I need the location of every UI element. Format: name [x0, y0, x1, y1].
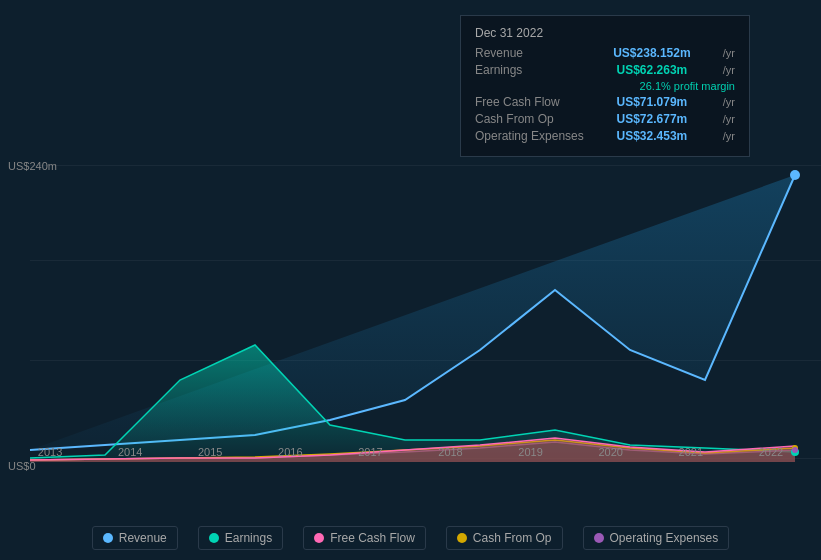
- x-label-2021: 2021: [679, 446, 703, 458]
- x-label-2019: 2019: [518, 446, 542, 458]
- tooltip-row-opexp: Operating Expenses US$32.453m /yr: [475, 129, 735, 143]
- tooltip-date: Dec 31 2022: [475, 26, 735, 40]
- legend-dot-fcf: [314, 533, 324, 543]
- x-label-2022: 2022: [759, 446, 783, 458]
- x-label-2017: 2017: [358, 446, 382, 458]
- svg-point-0: [790, 170, 800, 180]
- legend-label-opexp: Operating Expenses: [610, 531, 719, 545]
- x-label-2013: 2013: [38, 446, 62, 458]
- tooltip-row-fcf: Free Cash Flow US$71.079m /yr: [475, 95, 735, 109]
- x-label-2020: 2020: [598, 446, 622, 458]
- legend-label-revenue: Revenue: [119, 531, 167, 545]
- legend-earnings[interactable]: Earnings: [198, 526, 283, 550]
- x-label-2014: 2014: [118, 446, 142, 458]
- legend-dot-opexp: [594, 533, 604, 543]
- tooltip-row-profit-margin: 26.1% profit margin: [475, 80, 735, 92]
- legend-opexp[interactable]: Operating Expenses: [583, 526, 730, 550]
- legend-label-fcf: Free Cash Flow: [330, 531, 415, 545]
- x-label-2015: 2015: [198, 446, 222, 458]
- legend-label-earnings: Earnings: [225, 531, 272, 545]
- legend-dot-earnings: [209, 533, 219, 543]
- legend-dot-revenue: [103, 533, 113, 543]
- x-label-2016: 2016: [278, 446, 302, 458]
- legend-label-cashop: Cash From Op: [473, 531, 552, 545]
- legend-cashop[interactable]: Cash From Op: [446, 526, 563, 550]
- x-label-2018: 2018: [438, 446, 462, 458]
- x-axis-labels: 2013 2014 2015 2016 2017 2018 2019 2020 …: [0, 446, 821, 458]
- legend: Revenue Earnings Free Cash Flow Cash Fro…: [0, 526, 821, 550]
- tooltip-row-cashop: Cash From Op US$72.677m /yr: [475, 112, 735, 126]
- legend-fcf[interactable]: Free Cash Flow: [303, 526, 426, 550]
- tooltip-row-earnings: Earnings US$62.263m /yr: [475, 63, 735, 77]
- tooltip-row-revenue: Revenue US$238.152m /yr: [475, 46, 735, 60]
- legend-dot-cashop: [457, 533, 467, 543]
- tooltip-box: Dec 31 2022 Revenue US$238.152m /yr Earn…: [460, 15, 750, 157]
- chart-area: US$240m US$0: [0, 0, 821, 510]
- legend-revenue[interactable]: Revenue: [92, 526, 178, 550]
